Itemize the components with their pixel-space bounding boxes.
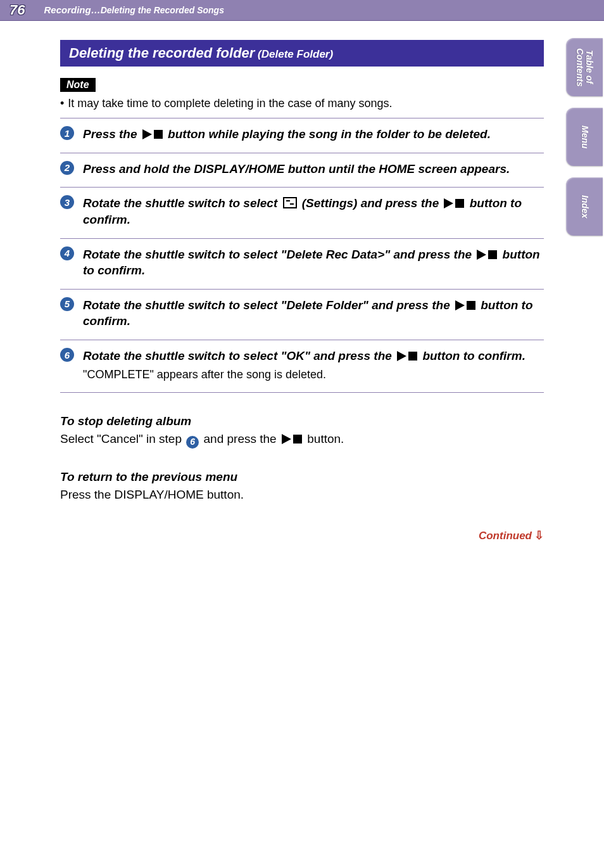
step-number-badge: 1 [60, 126, 74, 140]
return-menu-heading: To return to the previous menu [60, 470, 544, 484]
tab-label: Menu [579, 125, 589, 149]
play-stop-icon [444, 198, 464, 208]
content-area: Deleting the recorded folder (Delete Fol… [0, 21, 604, 542]
stop-deleting-heading: To stop deleting album [60, 414, 544, 428]
step-list: 1Press the button while playing the song… [60, 118, 544, 393]
step: 6Rotate the shuttle switch to select "OK… [60, 340, 544, 393]
step-body: Rotate the shuttle switch to select "OK"… [83, 348, 544, 382]
step-body: Rotate the shuttle switch to select "Del… [83, 297, 544, 329]
step-result: "COMPLETE" appears after the song is del… [83, 367, 544, 382]
side-tabs: Table of Contents Menu Index [566, 38, 604, 236]
step-number-badge: 4 [60, 246, 74, 260]
step-number-badge: 3 [60, 195, 74, 209]
step: 1Press the button while playing the song… [60, 118, 544, 153]
stop-deleting-pre: Select "Cancel" in step [60, 432, 185, 445]
page-header: 76 Recording…Deleting the Recorded Songs [0, 0, 604, 21]
step: 2Press and hold the DISPLAY/HOME button … [60, 153, 544, 188]
breadcrumb: Recording…Deleting the Recorded Songs [44, 4, 223, 16]
play-stop-icon [455, 300, 475, 310]
play-stop-icon [477, 250, 497, 260]
step-number-wrap: 2 [60, 161, 79, 175]
tab-menu[interactable]: Menu [566, 108, 603, 166]
step-number-wrap: 4 [60, 246, 79, 260]
step-number-badge: 5 [60, 297, 74, 311]
play-stop-icon [142, 129, 163, 139]
step-body: Press the button while playing the song … [83, 126, 544, 143]
step-number-badge: 2 [60, 161, 74, 175]
step: 4Rotate the shuttle switch to select "De… [60, 239, 544, 290]
step-number-wrap: 5 [60, 297, 79, 311]
continued-indicator: Continued⇩ [60, 528, 544, 542]
stop-deleting-post: button. [304, 432, 344, 445]
continued-label: Continued [479, 530, 532, 542]
down-arrow-icon: ⇩ [534, 528, 544, 542]
step-body: Rotate the shuttle switch to select (Set… [83, 195, 544, 227]
section-title-sub: (Delete Folder) [255, 48, 333, 60]
tab-index[interactable]: Index [566, 177, 603, 236]
section-title-main: Deleting the recorded folder [69, 45, 255, 61]
step-ref-badge: 6 [186, 436, 199, 449]
note-item: It may take time to complete deleting in… [60, 97, 544, 110]
breadcrumb-sub: Deleting the Recorded Songs [101, 5, 224, 15]
tab-label: Table of Contents [575, 38, 595, 96]
step: 3Rotate the shuttle switch to select (Se… [60, 188, 544, 238]
play-stop-icon [397, 351, 417, 361]
tab-label: Index [579, 195, 589, 219]
breadcrumb-main: Recording… [44, 4, 100, 15]
stop-deleting-mid: and press the [200, 432, 280, 445]
step: 5Rotate the shuttle switch to select "De… [60, 290, 544, 340]
step-body: Rotate the shuttle switch to select "Del… [83, 246, 544, 279]
step-number-badge: 6 [60, 348, 74, 362]
page-number: 76 [9, 2, 25, 18]
step-number-wrap: 6 [60, 348, 79, 362]
step-body: Press and hold the DISPLAY/HOME button u… [83, 161, 544, 177]
stop-deleting-body: Select "Cancel" in step 6 and press the … [60, 431, 544, 449]
section-title: Deleting the recorded folder (Delete Fol… [60, 40, 544, 67]
settings-icon [283, 197, 297, 208]
note-label: Note [60, 78, 96, 92]
play-stop-icon [282, 434, 302, 444]
step-number-wrap: 1 [60, 126, 79, 140]
tab-toc[interactable]: Table of Contents [566, 38, 603, 96]
step-number-wrap: 3 [60, 195, 79, 209]
return-menu-body: Press the DISPLAY/HOME button. [60, 487, 544, 504]
